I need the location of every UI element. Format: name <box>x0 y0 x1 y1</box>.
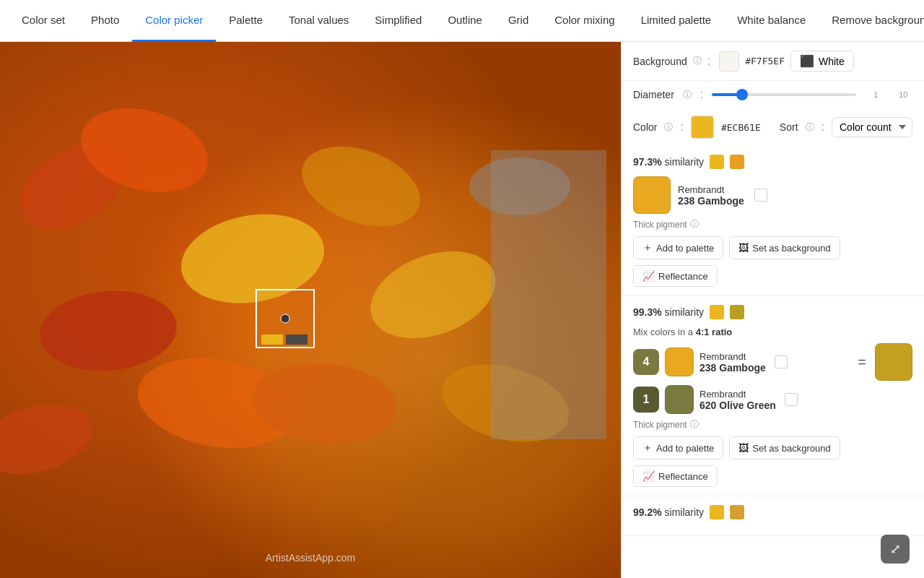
mix-label-2: Mix colors in a 4:1 ratio <box>633 327 912 337</box>
plus-icon-2: ＋ <box>642 441 653 454</box>
white-button[interactable]: ⬛ White <box>790 51 854 72</box>
nav-item-outline[interactable]: Outline <box>435 0 495 42</box>
chip-2a <box>710 305 724 319</box>
thick-pigment-2: Thick pigment ⓘ <box>633 418 912 431</box>
swatch-check-2a[interactable] <box>775 355 788 368</box>
similarity-2: 99.3% similarity <box>633 306 704 318</box>
paint-name-2a: 238 Gamboge <box>699 362 766 374</box>
sort-select[interactable]: Color count Similarity Name <box>832 117 912 137</box>
top-navigation: Color setPhotoColor pickerPaletteTonal v… <box>0 0 924 42</box>
result-card-1: 97.3% similarity Rembrandt 238 Gamboge T… <box>622 146 924 296</box>
nav-item-color-set[interactable]: Color set <box>9 0 78 42</box>
svg-rect-13 <box>491 150 606 439</box>
nav-item-palette[interactable]: Palette <box>216 0 276 42</box>
fullscreen-icon: ⤢ <box>890 541 901 557</box>
mix-result-swatch <box>875 343 912 381</box>
nav-item-tonal-values[interactable]: Tonal values <box>276 0 362 42</box>
paint-info-2a: Rembrandt 238 Gamboge <box>699 351 766 374</box>
bg-icon-2: 🖼 <box>738 442 749 454</box>
chart-icon-2: 📈 <box>642 470 655 482</box>
reflectance-btn-1[interactable]: 📈 Reflectance <box>633 265 718 287</box>
set-as-background-btn-2[interactable]: 🖼 Set as background <box>729 436 840 460</box>
similarity-1: 97.3% similarity <box>633 156 704 168</box>
add-to-palette-btn-1[interactable]: ＋ Add to palette <box>633 236 723 259</box>
sort-label: Sort <box>780 121 798 133</box>
thick-pigment-1: Thick pigment ⓘ <box>633 218 912 230</box>
add-to-palette-btn-2[interactable]: ＋ Add to palette <box>633 436 723 460</box>
fullscreen-button[interactable]: ⤢ <box>881 535 910 564</box>
paint-brand-2b: Rembrandt <box>699 389 776 400</box>
color-hex-value: #ECB61E <box>721 122 761 133</box>
nav-item-grid[interactable]: Grid <box>495 0 541 42</box>
paint-swatch-1 <box>633 176 671 214</box>
paint-info-1: Rembrandt 238 Gamboge <box>678 184 744 207</box>
image-area: ArtistAssistApp.com <box>0 42 621 578</box>
diameter-tick-labels: 1 10 20 30 40 50 <box>862 90 924 99</box>
similarity-row-3: 99.2% similarity <box>633 505 912 519</box>
right-panel: Background ⓘ : #F7F5EF ⬛ White Diameter … <box>621 42 924 578</box>
color-swatch[interactable] <box>691 116 714 139</box>
background-label: Background <box>633 56 687 67</box>
nav-item-limited-palette[interactable]: Limited palette <box>628 0 725 42</box>
color-label: Color <box>633 121 657 133</box>
set-bg-label-1: Set as background <box>752 243 830 254</box>
nav-item-photo[interactable]: Photo <box>78 0 132 42</box>
reflectance-label-1: Reflectance <box>658 271 708 282</box>
result-card-2: 99.3% similarity Mix colors in a 4:1 rat… <box>622 296 924 496</box>
color-help-icon[interactable]: ⓘ <box>664 121 673 134</box>
equals-sign: = <box>858 354 866 371</box>
diameter-slider-container: 1 10 20 30 40 50 <box>712 90 924 99</box>
paint-brand-2a: Rembrandt <box>699 351 766 362</box>
chip-1b <box>730 155 744 169</box>
chip-1a <box>710 155 724 169</box>
background-section: Background ⓘ : #F7F5EF ⬛ White <box>622 42 924 81</box>
reflectance-btn-2[interactable]: 📈 Reflectance <box>633 465 718 487</box>
mix-row-paint1: 4 Rembrandt 238 Gamboge = <box>633 343 912 381</box>
white-btn-label: White <box>819 56 845 67</box>
tick-10: 10 <box>889 90 917 99</box>
plus-icon-1: ＋ <box>642 241 653 254</box>
diameter-section: Diameter ⓘ : 1 10 20 30 40 50 <box>622 81 924 108</box>
background-help-icon[interactable]: ⓘ <box>693 55 702 67</box>
mix-row-paint2: 1 Rembrandt 620 Olive Green <box>633 385 912 414</box>
nav-item-color-picker[interactable]: Color picker <box>132 0 216 42</box>
similarity-row-1: 97.3% similarity <box>633 155 912 169</box>
paint-swatch-2b <box>665 385 694 414</box>
sort-help-icon[interactable]: ⓘ <box>806 121 814 134</box>
paint-name-2b: 620 Olive Green <box>699 400 776 411</box>
reflectance-label-2: Reflectance <box>658 471 708 482</box>
ratio-badge-4: 4 <box>633 349 659 375</box>
set-as-background-btn-1[interactable]: 🖼 Set as background <box>729 236 840 259</box>
background-hex-value: #F7F5EF <box>745 56 785 66</box>
paint-name-1: 238 Gamboge <box>678 195 744 207</box>
nav-item-simplified[interactable]: Simplified <box>362 0 435 42</box>
background-color-swatch[interactable] <box>719 51 739 72</box>
svg-rect-16 <box>261 335 283 345</box>
result-card-3: 99.2% similarity <box>622 496 924 536</box>
chip-3a <box>710 505 724 519</box>
chart-icon-1: 📈 <box>642 270 655 282</box>
ratio-badge-1: 1 <box>633 387 659 413</box>
swatch-check-1[interactable] <box>754 189 767 202</box>
action-row-2: ＋ Add to palette 🖼 Set as background 📈 R… <box>633 436 912 487</box>
thick-pigment-help-2[interactable]: ⓘ <box>690 418 699 431</box>
similarity-row-2: 99.3% similarity <box>633 305 912 319</box>
chip-2b <box>730 305 744 319</box>
add-palette-label-1: Add to palette <box>656 243 714 254</box>
tick-1: 1 <box>862 90 889 99</box>
paint-brand-1: Rembrandt <box>678 184 744 195</box>
diameter-slider[interactable] <box>712 93 856 96</box>
set-bg-label-2: Set as background <box>752 443 830 454</box>
add-palette-label-2: Add to palette <box>656 443 714 454</box>
tick-20: 20 <box>917 90 924 99</box>
nav-item-white-balance[interactable]: White balance <box>724 0 819 42</box>
nav-item-color-mixing[interactable]: Color mixing <box>541 0 627 42</box>
white-icon: ⬛ <box>800 54 814 68</box>
svg-point-15 <box>281 314 289 323</box>
similarity-3: 99.2% similarity <box>633 506 704 518</box>
bg-icon-1: 🖼 <box>738 242 749 254</box>
swatch-check-2b[interactable] <box>785 393 798 406</box>
nav-item-remove-background[interactable]: Remove background <box>819 0 924 42</box>
diameter-help-icon[interactable]: ⓘ <box>683 89 692 101</box>
thick-pigment-help-1[interactable]: ⓘ <box>690 218 699 230</box>
